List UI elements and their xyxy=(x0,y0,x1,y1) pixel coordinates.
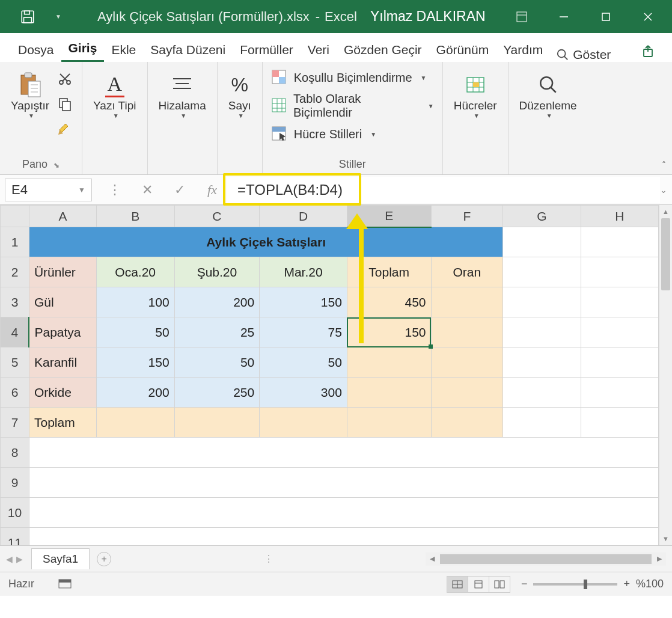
header-cell[interactable]: Mar.20 xyxy=(260,257,347,287)
cell[interactable] xyxy=(581,227,658,257)
cell[interactable] xyxy=(174,408,260,438)
cell[interactable]: 25 xyxy=(174,317,260,347)
header-cell[interactable]: Oran xyxy=(431,257,503,287)
zoom-knob[interactable] xyxy=(584,580,587,589)
minimize-button[interactable] xyxy=(558,11,570,23)
save-icon[interactable] xyxy=(18,7,37,26)
view-page-layout-icon[interactable] xyxy=(468,576,489,593)
cell[interactable] xyxy=(503,408,581,438)
sheet-nav[interactable]: ◀▶ xyxy=(6,554,23,564)
tab-data[interactable]: Veri xyxy=(301,38,337,62)
horizontal-scrollbar[interactable]: ◀ ▶ xyxy=(426,552,666,566)
cell[interactable] xyxy=(503,287,581,317)
cell[interactable] xyxy=(431,408,503,438)
worksheet[interactable]: A B C D E F G H 1 Aylık Çiçek Satışları xyxy=(0,205,659,545)
header-cell[interactable]: Toplam xyxy=(347,257,431,287)
cut-icon[interactable] xyxy=(57,70,73,87)
vertical-scrollbar[interactable]: ▲ ▼ xyxy=(659,205,672,545)
cell[interactable]: 150 xyxy=(96,347,174,378)
tab-file[interactable]: Dosya xyxy=(11,38,61,62)
cell[interactable]: Gül xyxy=(29,287,96,317)
cell[interactable] xyxy=(29,438,658,468)
cell[interactable] xyxy=(581,257,658,287)
cell[interactable] xyxy=(503,257,581,287)
cell[interactable] xyxy=(96,408,174,438)
enter-icon[interactable]: ✓ xyxy=(169,179,191,201)
cells-button[interactable]: Hücreler ▼ xyxy=(451,67,499,123)
col-header[interactable]: C xyxy=(174,206,260,227)
cell[interactable] xyxy=(503,317,581,347)
number-button[interactable]: % Sayı ▼ xyxy=(226,67,254,123)
cell[interactable]: Toplam xyxy=(29,408,96,438)
row-header[interactable]: 11 xyxy=(1,528,29,546)
new-sheet-button[interactable]: + xyxy=(97,552,111,566)
cell[interactable]: 50 xyxy=(96,317,174,347)
paste-button[interactable]: Yapıştır ▼ xyxy=(8,67,52,123)
maximize-button[interactable] xyxy=(600,11,612,23)
zoom-slider[interactable] xyxy=(533,583,617,586)
row-header[interactable]: 10 xyxy=(1,498,29,528)
row-header[interactable]: 5 xyxy=(1,347,29,378)
row-header[interactable]: 4 xyxy=(1,317,29,347)
scrollbar-thumb[interactable] xyxy=(440,554,652,564)
font-button[interactable]: A Yazı Tipi ▼ xyxy=(91,67,138,123)
format-painter-icon[interactable] xyxy=(57,121,73,138)
alignment-button[interactable]: Hizalama ▼ xyxy=(156,67,209,123)
zoom-level[interactable]: %100 xyxy=(636,578,664,590)
col-header[interactable]: D xyxy=(260,206,347,227)
cell[interactable] xyxy=(503,227,581,257)
cell[interactable] xyxy=(431,317,503,347)
tab-page-layout[interactable]: Sayfa Düzeni xyxy=(143,38,233,62)
view-normal-icon[interactable] xyxy=(447,576,468,593)
header-cell[interactable]: Ürünler xyxy=(29,257,96,287)
scroll-up-icon[interactable]: ▲ xyxy=(659,205,672,218)
scroll-left-icon[interactable]: ◀ xyxy=(426,555,439,563)
row-header[interactable]: 3 xyxy=(1,287,29,317)
cell[interactable] xyxy=(581,408,658,438)
cell[interactable]: Karanfil xyxy=(29,347,96,378)
chevron-down-icon[interactable]: ▼ xyxy=(78,186,85,194)
expand-formula-bar-icon[interactable]: ⌄ xyxy=(660,185,667,195)
scroll-right-icon[interactable]: ▶ xyxy=(653,555,666,563)
cell[interactable]: Orkide xyxy=(29,378,96,408)
close-button[interactable] xyxy=(642,11,654,23)
select-all-corner[interactable] xyxy=(1,206,29,227)
editing-button[interactable]: Düzenleme ▼ xyxy=(517,67,579,123)
cell[interactable]: 250 xyxy=(174,378,260,408)
table-title[interactable]: Aylık Çiçek Satışları xyxy=(29,227,502,257)
row-header[interactable]: 7 xyxy=(1,408,29,438)
col-header[interactable]: H xyxy=(581,206,658,227)
ribbon-display-options-icon[interactable] xyxy=(516,11,528,23)
cell[interactable] xyxy=(29,528,658,546)
tell-me-search[interactable]: Göster xyxy=(556,47,611,62)
collapse-ribbon-icon[interactable]: ˄ xyxy=(662,160,666,170)
cell[interactable] xyxy=(503,378,581,408)
cell[interactable] xyxy=(581,287,658,317)
cell[interactable]: 450 xyxy=(347,287,431,317)
row-header[interactable]: 9 xyxy=(1,468,29,498)
formula-input[interactable]: =TOPLA(B4:D4) xyxy=(227,177,660,203)
cell[interactable]: 200 xyxy=(96,378,174,408)
cell[interactable]: 100 xyxy=(96,287,174,317)
tab-help[interactable]: Yardım xyxy=(496,38,550,62)
cell[interactable] xyxy=(581,317,658,347)
share-button[interactable] xyxy=(637,41,661,62)
cell[interactable]: 200 xyxy=(174,287,260,317)
tab-view[interactable]: Görünüm xyxy=(429,38,496,62)
conditional-formatting-button[interactable]: Koşullu Biçimlendirme▼ xyxy=(271,69,434,86)
sheet-tab[interactable]: Sayfa1 xyxy=(31,548,90,569)
cell[interactable] xyxy=(431,378,503,408)
col-header[interactable]: G xyxy=(503,206,581,227)
active-cell[interactable]: 150 xyxy=(347,317,431,347)
tab-formulas[interactable]: Formüller xyxy=(233,38,301,62)
header-cell[interactable]: Oca.20 xyxy=(96,257,174,287)
name-box[interactable]: E4 ▼ xyxy=(5,179,92,201)
cancel-icon[interactable]: ✕ xyxy=(136,179,158,201)
cell[interactable] xyxy=(431,287,503,317)
cell[interactable] xyxy=(347,378,431,408)
row-header[interactable]: 6 xyxy=(1,378,29,408)
cell[interactable] xyxy=(503,347,581,378)
zoom-out-icon[interactable]: − xyxy=(521,578,528,590)
more-icon[interactable]: ⋮ xyxy=(104,179,126,201)
copy-icon[interactable] xyxy=(57,96,73,112)
